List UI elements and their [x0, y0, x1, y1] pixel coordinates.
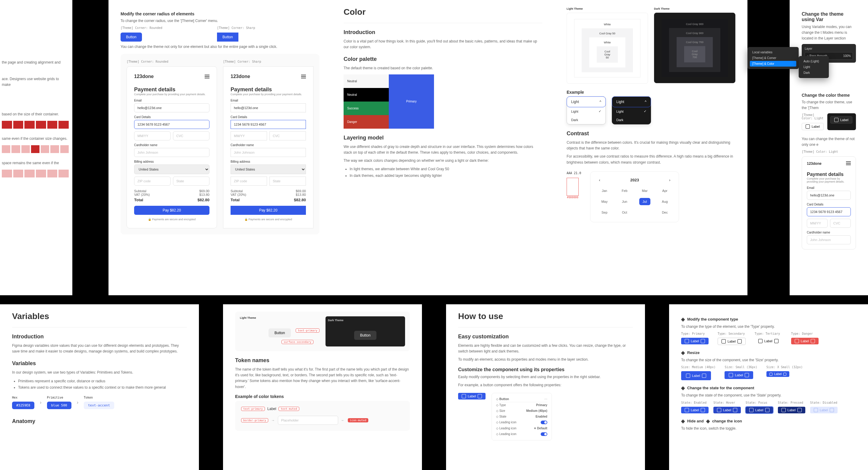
corner-desc: To change the corner radius, use the '[T… [121, 18, 319, 24]
country-select[interactable]: United States [134, 164, 210, 174]
payment-sub: Complete your purchase by providing your… [134, 93, 210, 96]
chevron-right-icon[interactable]: › [669, 178, 670, 182]
light-dropdown[interactable]: Light^ Light✓ Dark [567, 96, 606, 124]
variables-title: Variables [12, 312, 187, 321]
type-primary-button[interactable]: Label [681, 338, 709, 344]
grid-frag-1: the page and creating alignment and [2, 60, 69, 65]
arrow-right-icon: › [77, 400, 79, 405]
lock-icon: 🔒 [148, 218, 152, 221]
hamburger-icon[interactable] [846, 161, 851, 166]
corner-title: Modify the corner radius of elements [121, 11, 319, 16]
grid-frag-3: based on the size of their container. [2, 112, 69, 117]
dark-dropdown[interactable]: Light^ Light✓ Dark [612, 96, 651, 124]
button-sharp[interactable]: Button [217, 33, 239, 41]
zip-input[interactable] [134, 177, 170, 186]
payment-card-sharp: 123done Payment details Complete your pu… [223, 66, 313, 228]
chevron-left-icon[interactable]: ‹ [599, 178, 600, 182]
hamburger-icon[interactable] [301, 75, 306, 78]
hex-chip: #3259E8 [12, 402, 34, 409]
properties-panel: ◇ Button⋯ ◇ TypePrimary ◇ SizeMedium (40… [492, 393, 552, 440]
email-input[interactable] [230, 103, 306, 113]
type-danger-button[interactable]: Label [791, 338, 818, 344]
card-input[interactable] [134, 120, 210, 129]
grid-frag-2: ace. Designers use website grids to make [2, 76, 69, 88]
grid-frag-4: same even if the container size changes. [2, 136, 69, 142]
mm-input[interactable] [134, 131, 170, 140]
email-input[interactable] [134, 103, 210, 113]
chevron-up-icon: ^ [645, 100, 647, 104]
hamburger-icon[interactable] [205, 75, 210, 78]
card-rounded-label: [Theme] Corner: Rounded [127, 60, 217, 63]
chevron-up-icon: ^ [599, 100, 601, 104]
arrow-right-icon: › [40, 400, 41, 405]
label-button-dark[interactable]: Label [830, 116, 852, 124]
check-icon: ✓ [598, 109, 601, 113]
lock-icon: 🔒 [244, 218, 249, 221]
pay-button[interactable]: Pay $82.20 [230, 206, 306, 215]
sample-button-dark[interactable]: Button [354, 331, 377, 340]
cvc-input[interactable] [173, 131, 210, 140]
layering-h: Layering model [344, 135, 542, 141]
primitive-chip: blue 500 [47, 402, 71, 409]
brand: 123done [134, 74, 154, 79]
payment-title: Payment details [134, 87, 210, 93]
label-button-light[interactable]: Label [802, 123, 824, 130]
opt-rounded: [Theme] Corner: Rounded [121, 26, 211, 30]
corner-note: You can change the theme not only for on… [121, 44, 319, 50]
pay-button[interactable]: Pay $82.20 [134, 206, 210, 215]
toggle[interactable] [541, 420, 547, 424]
card-input[interactable] [230, 120, 306, 129]
palette-h: Color palette [344, 56, 542, 62]
type-tertiary-button[interactable]: Label [755, 338, 782, 344]
opt-sharp: [Theme] Corner: Sharp [217, 26, 255, 30]
intro-h: Introduction [344, 29, 542, 36]
toggle[interactable] [541, 432, 547, 436]
sample-button-light[interactable]: Button [269, 328, 291, 338]
grid-frag-5: space remains the same even if the [2, 160, 69, 166]
color-title: Color [344, 7, 542, 17]
check-icon: ✓ [644, 109, 647, 113]
button-rounded[interactable]: Button [121, 33, 142, 41]
holder-input[interactable] [134, 148, 210, 157]
label-button[interactable]: Label [458, 393, 486, 400]
type-secondary-button[interactable]: Label [718, 338, 746, 345]
card-sharp-label: [Theme] Corner: Sharp [223, 60, 313, 63]
token-chip: text-accent [84, 402, 114, 409]
state-input[interactable] [173, 177, 210, 186]
placeholder-input[interactable] [278, 416, 338, 425]
payment-card-rounded: 123done Payment details Complete your pu… [127, 66, 217, 228]
year-picker[interactable]: ‹2023› JanFebMarApr MayJunJulAug SepOctD… [590, 171, 679, 222]
